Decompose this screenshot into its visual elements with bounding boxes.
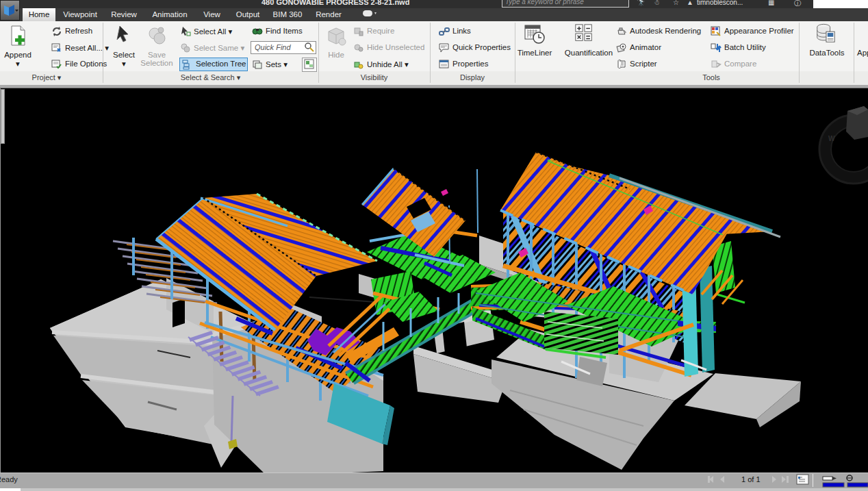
- svg-text:1 of 1: 1 of 1: [741, 475, 761, 483]
- svg-text:W: W: [828, 135, 835, 142]
